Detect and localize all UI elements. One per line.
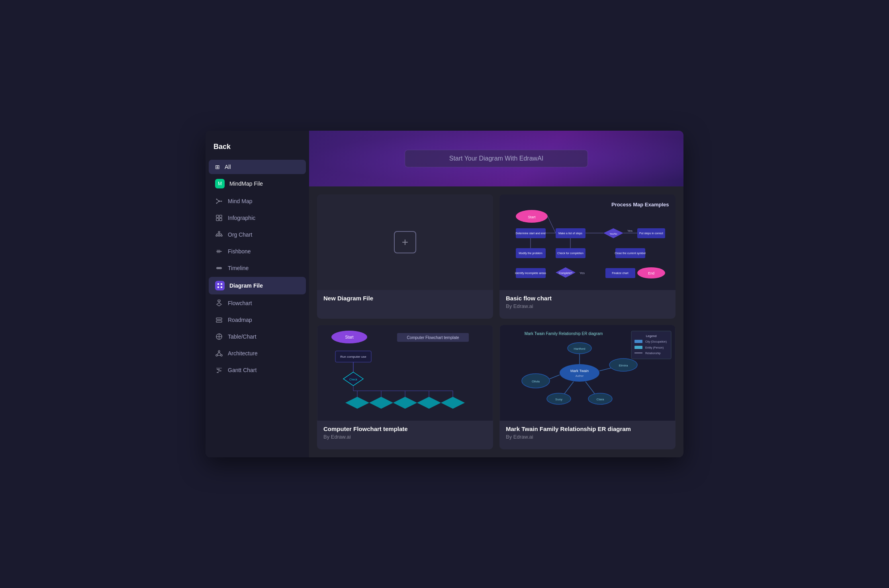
back-button[interactable]: Back: [206, 139, 309, 159]
svg-rect-13: [218, 235, 220, 236]
template-card-er-diagram[interactable]: Mark Twain Family Relationship ER diagra…: [499, 325, 676, 449]
sidebar-item-mindmap-label: Mind Map: [228, 198, 252, 204]
svg-text:Make a list of steps: Make a list of steps: [558, 232, 582, 235]
sidebar-item-infographic-label: Infographic: [228, 215, 255, 221]
svg-text:Identify incomplete areas: Identify incomplete areas: [515, 272, 546, 275]
svg-text:Complete?: Complete?: [559, 272, 572, 275]
sidebar-item-infographic[interactable]: Infographic: [209, 210, 306, 226]
svg-point-44: [221, 355, 222, 356]
flowchart-title: Basic flow chart: [506, 295, 669, 302]
template-card-flowchart[interactable]: Process Map Examples Start Determine sta…: [499, 194, 676, 319]
svg-rect-31: [217, 283, 219, 285]
flowchart-icon: [215, 299, 223, 307]
sidebar-item-roadmap[interactable]: Roadmap: [209, 312, 306, 328]
gantt-icon: [215, 366, 223, 374]
svg-text:Relationship: Relationship: [645, 352, 661, 355]
template-card-new-diagram[interactable]: + New Diagram File: [317, 194, 493, 319]
svg-rect-7: [216, 215, 219, 218]
sidebar-item-architecture[interactable]: Architecture: [209, 345, 306, 361]
svg-rect-32: [221, 283, 222, 285]
sidebar-item-tablechart[interactable]: Table/Chart: [209, 329, 306, 345]
svg-text:Author: Author: [576, 374, 584, 377]
ai-search-box[interactable]: Start Your Diagram With EdrawAI: [405, 150, 588, 167]
new-diagram-preview: +: [317, 194, 493, 290]
tablechart-icon: [215, 333, 223, 341]
svg-point-42: [218, 351, 220, 352]
new-file-plus-icon: +: [394, 231, 416, 253]
template-card-computer-flowchart[interactable]: Computer Flowchart template Start Run co…: [317, 325, 493, 449]
computer-flowchart-preview: Computer Flowchart template Start Run co…: [317, 325, 493, 421]
all-icon: ⊞: [215, 164, 220, 170]
svg-text:Start: Start: [345, 335, 353, 339]
svg-text:Elmira: Elmira: [619, 364, 628, 367]
sidebar-item-orgchart[interactable]: Org Chart: [209, 227, 306, 243]
svg-rect-12: [216, 235, 217, 236]
sidebar-item-timeline[interactable]: Timeline: [209, 260, 306, 276]
mindmap-section-icon: M: [215, 179, 225, 188]
sidebar-item-mindmap[interactable]: Mind Map: [209, 193, 306, 209]
svg-text:Clara: Clara: [596, 398, 604, 401]
svg-rect-34: [221, 286, 222, 288]
svg-text:City (Occupation): City (Occupation): [645, 340, 667, 343]
svg-rect-49: [217, 369, 220, 370]
svg-rect-11: [218, 231, 220, 233]
template-card-info: New Diagram File: [317, 290, 493, 308]
svg-text:Modify the problem: Modify the problem: [519, 252, 542, 255]
svg-rect-35: [218, 300, 220, 302]
svg-point-4: [216, 199, 217, 200]
svg-text:Olivia: Olivia: [532, 380, 540, 383]
svg-rect-9: [216, 218, 219, 221]
sidebar-item-tablechart-label: Table/Chart: [228, 333, 257, 340]
svg-text:Close the current symbol: Close the current symbol: [615, 252, 646, 255]
ai-banner[interactable]: Start Your Diagram With EdrawAI: [309, 131, 683, 186]
sidebar-section-mindmap-label: MindMap File: [229, 180, 263, 187]
sidebar-item-fishbone[interactable]: Fishbone: [209, 243, 306, 259]
sidebar-item-all[interactable]: ⊞ All: [209, 160, 306, 174]
svg-rect-114: [634, 346, 642, 349]
fishbone-icon: [215, 247, 223, 255]
sidebar-item-flowchart-label: Flowchart: [228, 300, 252, 306]
svg-text:Yes: Yes: [627, 229, 632, 233]
svg-point-5: [216, 203, 217, 204]
er-diagram-author: By Edraw.ai: [506, 434, 669, 440]
timeline-icon: [215, 264, 223, 272]
template-grid: + New Diagram File Process Map Examples …: [309, 186, 683, 457]
sidebar-item-all-label: All: [225, 164, 231, 170]
svg-text:Susy: Susy: [555, 398, 562, 401]
svg-rect-50: [218, 370, 221, 371]
svg-rect-51: [217, 372, 219, 373]
flowchart-preview: Process Map Examples Start Determine sta…: [499, 194, 676, 290]
sidebar-item-architecture-label: Architecture: [228, 350, 258, 357]
svg-rect-112: [634, 340, 642, 343]
sidebar-section-diagram-label: Diagram File: [229, 282, 263, 289]
svg-text:Mark Twain: Mark Twain: [570, 369, 589, 373]
sidebar-item-orgchart-label: Org Chart: [228, 231, 252, 238]
svg-text:Hartford: Hartford: [574, 347, 585, 351]
sidebar-item-gantt[interactable]: Gantt Chart: [209, 362, 306, 378]
svg-point-43: [216, 355, 217, 356]
sidebar-section-diagram[interactable]: Diagram File: [209, 277, 306, 294]
er-diagram-preview: Mark Twain Family Relationship ER diagra…: [499, 325, 676, 421]
svg-rect-33: [217, 286, 219, 288]
flowchart-author: By Edraw.ai: [506, 303, 669, 309]
app-container: Back ⊞ All M MindMap File Mind Map Infog…: [206, 131, 683, 457]
sidebar-item-gantt-label: Gantt Chart: [228, 367, 257, 373]
computer-flowchart-title: Computer Flowchart template: [323, 425, 487, 432]
svg-rect-8: [219, 215, 222, 218]
sidebar: Back ⊞ All M MindMap File Mind Map Infog…: [206, 131, 309, 457]
svg-point-6: [221, 201, 222, 202]
sidebar-section-mindmap[interactable]: M MindMap File: [209, 175, 306, 192]
svg-text:Run computer use: Run computer use: [340, 355, 366, 359]
svg-text:Check for completion: Check for completion: [557, 252, 584, 255]
architecture-icon: [215, 349, 223, 357]
svg-text:Determine start and end: Determine start and end: [515, 232, 545, 235]
svg-text:Mark Twain Family Relationship: Mark Twain Family Relationship ER diagra…: [525, 331, 603, 336]
infographic-icon: [215, 214, 223, 222]
svg-text:Put steps in correct: Put steps in correct: [639, 232, 663, 235]
sidebar-item-flowchart[interactable]: Flowchart: [209, 295, 306, 311]
svg-text:Process Map Examples: Process Map Examples: [611, 202, 669, 208]
svg-rect-37: [216, 318, 222, 319]
diagram-section-icon: [215, 281, 225, 290]
template-card-info-er: Mark Twain Family Relationship ER diagra…: [499, 421, 676, 445]
svg-line-45: [217, 352, 219, 355]
